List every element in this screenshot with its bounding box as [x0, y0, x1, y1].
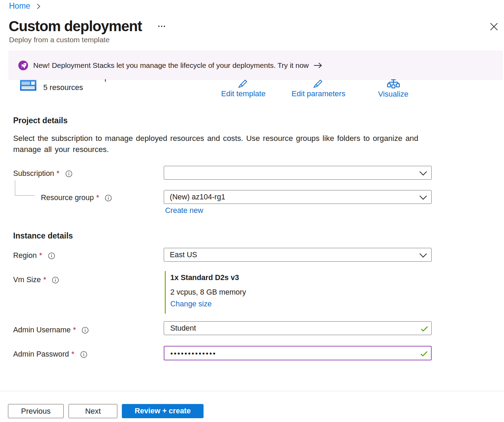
right-arrow-icon [313, 62, 322, 70]
footer-divider [0, 391, 504, 391]
admin-password-input[interactable]: ••••••••••••• [164, 346, 432, 360]
vm-size-label-text: Vm Size [13, 276, 41, 284]
chevron-down-icon [419, 195, 427, 200]
admin-username-label-text: Admin Username [13, 326, 71, 334]
subscription-label-text: Subscription [13, 169, 54, 178]
pencil-icon [237, 79, 249, 88]
valid-check-icon [421, 326, 428, 332]
chevron-down-icon [419, 253, 427, 258]
resource-group-label-text: Resource group [41, 194, 94, 202]
template-icon [20, 80, 36, 92]
info-icon[interactable] [105, 195, 112, 201]
region-label: Region* [13, 251, 55, 260]
edit-parameters-label: Edit parameters [291, 89, 345, 98]
subscription-label: Subscription* [13, 169, 72, 178]
indent-connector [15, 180, 15, 196]
required-asterisk: * [43, 276, 46, 284]
vm-size-summary: 1x Standard D2s v3 2 vcpus, 8 GB memory … [165, 271, 338, 314]
project-details-description: Select the subscription to manage deploy… [13, 133, 432, 155]
breadcrumb-chevron-icon [35, 4, 40, 9]
chevron-down-icon [419, 171, 427, 176]
admin-username-label: Admin Username* [13, 326, 89, 334]
admin-password-label-text: Admin Password [13, 350, 69, 359]
edit-template-label: Edit template [221, 89, 266, 98]
org-chart-icon [387, 79, 400, 89]
required-asterisk: * [96, 194, 99, 202]
resource-group-value: (New) az104-rg1 [170, 193, 420, 201]
admin-username-input[interactable]: Student [164, 321, 432, 335]
breadcrumb: Home [9, 1, 39, 11]
visualize-button[interactable]: Visualize [374, 79, 413, 99]
close-icon[interactable] [489, 22, 499, 32]
instance-details-heading: Instance details [13, 231, 73, 241]
info-icon[interactable] [80, 351, 87, 358]
change-size-link[interactable]: Change size [170, 300, 212, 308]
edit-parameters-button[interactable]: Edit parameters [291, 79, 345, 98]
resource-group-dropdown[interactable]: (New) az104-rg1 [164, 190, 432, 204]
next-button[interactable]: Next [69, 404, 117, 418]
info-icon[interactable] [52, 277, 59, 284]
resources-count: 5 resources [43, 83, 83, 92]
edit-template-button[interactable]: Edit template [218, 79, 269, 98]
required-asterisk: * [73, 326, 76, 334]
required-asterisk: * [56, 169, 59, 178]
more-menu-icon[interactable] [158, 26, 165, 27]
region-dropdown[interactable]: East US [164, 248, 432, 262]
previous-button[interactable]: Previous [8, 404, 64, 418]
vm-size-label: Vm Size* [13, 276, 59, 284]
banner-text: New! Deployment Stacks let you manage th… [33, 61, 309, 70]
info-icon[interactable] [48, 252, 55, 259]
rocket-icon [18, 61, 28, 70]
info-icon[interactable] [82, 327, 89, 334]
breadcrumb-home-link[interactable]: Home [9, 1, 30, 11]
region-label-text: Region [13, 251, 37, 260]
admin-username-value: Student [170, 324, 421, 333]
valid-check-icon [420, 351, 428, 357]
create-new-link[interactable]: Create new [165, 206, 203, 215]
review-create-button[interactable]: Review + create [122, 404, 204, 418]
project-details-heading: Project details [13, 116, 68, 125]
page-title: Custom deployment [9, 18, 142, 35]
page-subtitle: Deploy from a custom template [9, 36, 110, 44]
required-asterisk: * [39, 251, 42, 260]
info-icon[interactable] [65, 170, 72, 177]
pencil-icon [313, 79, 324, 88]
vm-size-value: 1x Standard D2s v3 [170, 273, 338, 282]
masked-password-value: ••••••••••••• [170, 350, 420, 357]
required-asterisk: * [71, 350, 74, 359]
new-feature-banner[interactable]: New! Deployment Stacks let you manage th… [8, 51, 503, 80]
subscription-dropdown[interactable] [164, 166, 432, 180]
clipped-link-fragment [105, 79, 106, 82]
admin-password-label: Admin Password* [13, 350, 87, 359]
indent-connector [15, 195, 35, 196]
vm-size-specs: 2 vcpus, 8 GB memory [170, 288, 338, 297]
visualize-label: Visualize [378, 90, 408, 99]
region-value: East US [170, 251, 420, 259]
resource-group-label: Resource group* [41, 194, 112, 202]
